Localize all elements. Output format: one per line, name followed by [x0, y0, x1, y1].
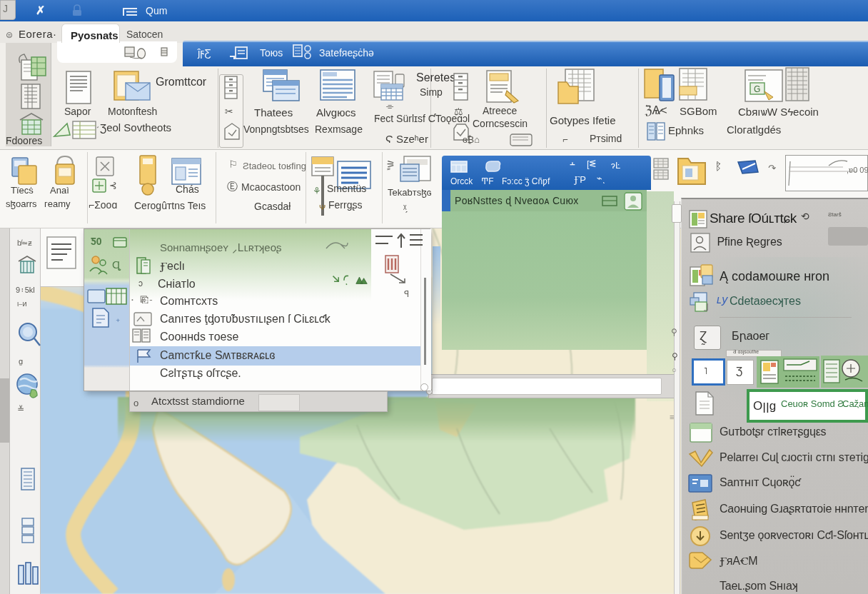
- svg-text:G: G: [754, 84, 760, 94]
